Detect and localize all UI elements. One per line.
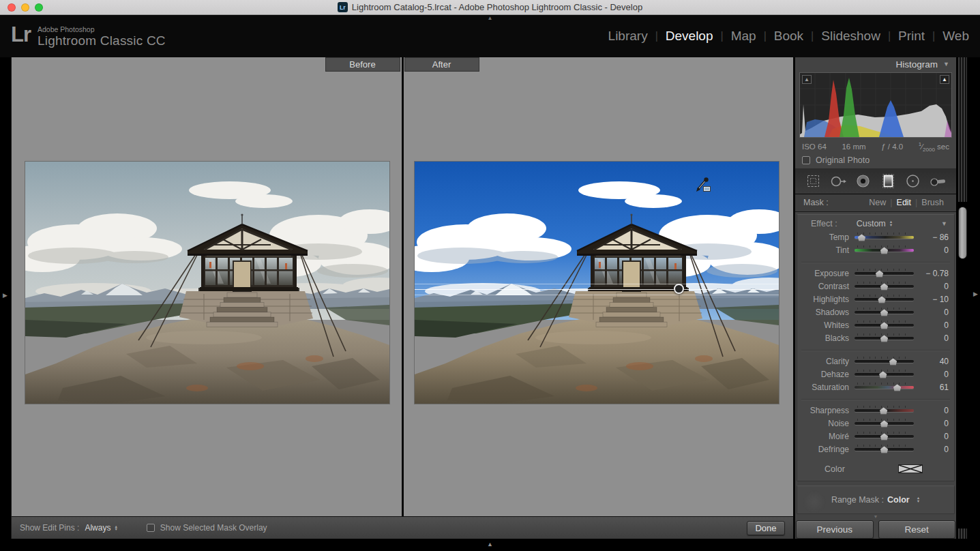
slider-sharpness[interactable] <box>855 406 914 415</box>
slider-clarity[interactable] <box>855 357 914 366</box>
module-map[interactable]: Map <box>731 29 756 44</box>
slider-noise[interactable] <box>855 419 914 428</box>
slider-shadows[interactable] <box>855 308 914 317</box>
shadow-clipping-indicator[interactable]: ▲ <box>802 75 812 84</box>
color-label: Color <box>825 464 845 474</box>
panel-collapse-icon[interactable]: ▼ <box>941 220 947 227</box>
slider-defringe[interactable] <box>855 445 914 454</box>
slider-contrast[interactable] <box>855 282 914 291</box>
graduated-filter-tool[interactable] <box>878 171 898 192</box>
slider-row-saturation: Saturation 61 <box>797 381 954 394</box>
histogram-header[interactable]: Histogram ▼ <box>795 57 956 71</box>
slider-ticks <box>857 370 911 372</box>
zoom-button[interactable] <box>35 3 43 12</box>
slider-thumb-whites[interactable] <box>880 322 889 329</box>
slider-temp[interactable] <box>855 233 914 242</box>
scrollbar-thumb[interactable] <box>958 207 967 259</box>
right-panel-collapse[interactable]: ▶ <box>970 57 980 539</box>
previous-button[interactable]: Previous <box>796 520 874 539</box>
mask-new-button[interactable]: New <box>865 198 890 207</box>
highlight-clipping-indicator[interactable]: ▲ <box>940 75 949 84</box>
slider-thumb-moire[interactable] <box>880 433 889 441</box>
slider-dehaze[interactable] <box>855 370 914 379</box>
slider-value-exposure: − 0.78 <box>920 269 949 278</box>
slider-thumb-shadows[interactable] <box>880 309 889 316</box>
slider-value-defringe: 0 <box>920 445 949 454</box>
slider-highlights[interactable] <box>855 295 914 304</box>
module-develop[interactable]: Develop <box>666 29 713 44</box>
color-swatch-none[interactable] <box>898 464 923 473</box>
slider-label-contrast: Contrast <box>797 282 849 291</box>
mask-brush-button[interactable]: Brush <box>917 198 948 207</box>
slider-value-moire: 0 <box>920 432 949 441</box>
slider-track-exposure[interactable] <box>855 272 914 275</box>
show-edit-pins-dropdown[interactable]: Always <box>85 523 110 533</box>
original-photo-label: Original Photo <box>816 155 870 165</box>
scrollbar-track-bottom <box>958 528 967 539</box>
slider-tint[interactable] <box>855 245 914 255</box>
slider-ticks <box>857 357 911 359</box>
mask-overlay-checkbox[interactable] <box>147 524 155 532</box>
slider-thumb-defringe[interactable] <box>880 446 889 453</box>
compare-view: Before <box>11 57 795 539</box>
slider-blacks[interactable] <box>855 333 914 343</box>
slider-thumb-noise[interactable] <box>880 420 889 428</box>
slider-thumb-tint[interactable] <box>880 247 889 254</box>
slider-thumb-blacks[interactable] <box>880 335 889 342</box>
slider-thumb-contrast[interactable] <box>880 283 889 291</box>
slider-thumb-dehaze[interactable] <box>878 371 887 378</box>
slider-label-temp: Temp <box>797 233 849 242</box>
titlebar: Lr Lightroom Catalog-5.lrcat - Adobe Pho… <box>0 0 980 15</box>
slider-ticks <box>857 269 911 271</box>
module-slideshow[interactable]: Slideshow <box>821 29 880 44</box>
after-image[interactable] <box>415 162 779 404</box>
slider-thumb-sharpness[interactable] <box>879 407 888 415</box>
adjustment-brush-tool[interactable] <box>928 171 949 192</box>
red-eye-correction-tool[interactable] <box>853 171 874 192</box>
range-mask-eyedropper-icon[interactable] <box>803 490 826 513</box>
slider-thumb-temp[interactable] <box>857 234 866 241</box>
range-mask-dropdown[interactable]: Color <box>887 495 910 505</box>
slider-track-clarity[interactable] <box>855 360 914 363</box>
mask-label: Mask : <box>803 198 829 207</box>
slider-moire[interactable] <box>855 432 914 441</box>
module-print[interactable]: Print <box>898 29 925 44</box>
slider-exposure[interactable] <box>855 269 914 278</box>
radial-filter-tool[interactable] <box>903 171 923 192</box>
eyedropper-cursor <box>695 175 711 196</box>
histogram-chart[interactable]: ▲ ▲ <box>799 72 952 138</box>
slider-label-noise: Noise <box>797 419 849 428</box>
mask-edit-button[interactable]: Edit <box>893 198 916 207</box>
logo-line2: Lightroom Classic CC <box>38 33 166 48</box>
logo-line1: Adobe Photoshop <box>38 25 166 33</box>
crop-overlay-tool[interactable] <box>803 171 823 192</box>
module-book[interactable]: Book <box>774 29 803 44</box>
slider-saturation[interactable] <box>855 383 914 392</box>
module-web[interactable]: Web <box>942 29 969 44</box>
effect-preset-dropdown[interactable]: Custom ▲▼ <box>857 219 893 228</box>
slider-label-moire: Moiré <box>797 432 849 441</box>
close-button[interactable] <box>8 3 16 12</box>
slider-whites[interactable] <box>855 321 914 330</box>
slider-ticks <box>857 406 911 408</box>
top-panel-collapse-arrow[interactable]: ▲ <box>488 16 493 21</box>
left-panel-collapse[interactable]: ▶ <box>0 57 11 539</box>
edit-pin[interactable] <box>674 284 684 294</box>
original-photo-checkbox[interactable] <box>802 156 810 164</box>
slider-label-whites: Whites <box>797 321 849 330</box>
done-button[interactable]: Done <box>747 521 785 535</box>
slider-thumb-clarity[interactable] <box>889 358 897 366</box>
spot-removal-tool[interactable] <box>828 171 848 192</box>
graduated-filter-line-top[interactable] <box>415 284 779 284</box>
before-image[interactable] <box>25 162 389 404</box>
graduated-filter-line-center[interactable] <box>415 289 779 290</box>
slider-thumb-saturation[interactable] <box>893 384 902 391</box>
reset-button[interactable]: Reset <box>878 520 956 539</box>
minimize-button[interactable] <box>21 3 29 12</box>
bottom-panel-collapse-arrow[interactable]: ▲ <box>487 541 493 548</box>
graduated-filter-line-bottom[interactable] <box>415 295 779 295</box>
slider-track-saturation[interactable] <box>855 386 914 389</box>
slider-thumb-exposure[interactable] <box>875 270 884 278</box>
module-library[interactable]: Library <box>608 29 648 44</box>
slider-thumb-highlights[interactable] <box>878 296 887 303</box>
